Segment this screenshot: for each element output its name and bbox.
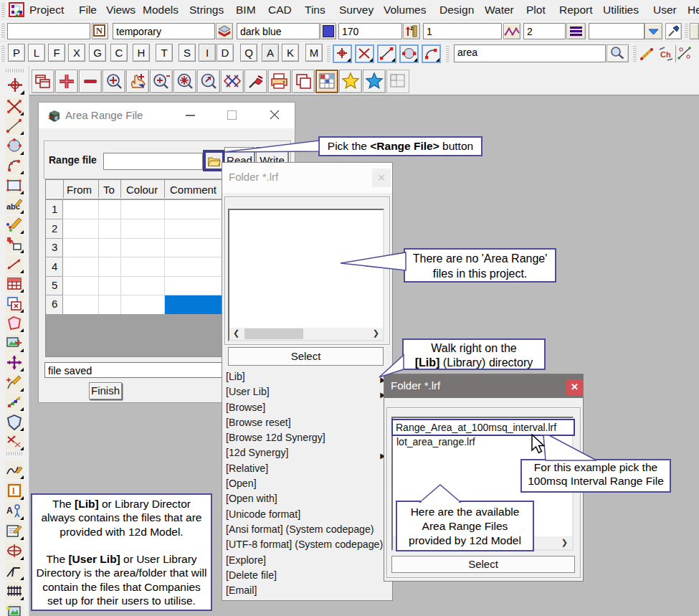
svg-text:d: d bbox=[54, 115, 57, 120]
svg-text:12: 12 bbox=[48, 115, 54, 120]
svg-text:I: I bbox=[12, 485, 15, 496]
svg-text:A: A bbox=[6, 506, 13, 516]
svg-text:Ch: Ch bbox=[660, 50, 671, 59]
